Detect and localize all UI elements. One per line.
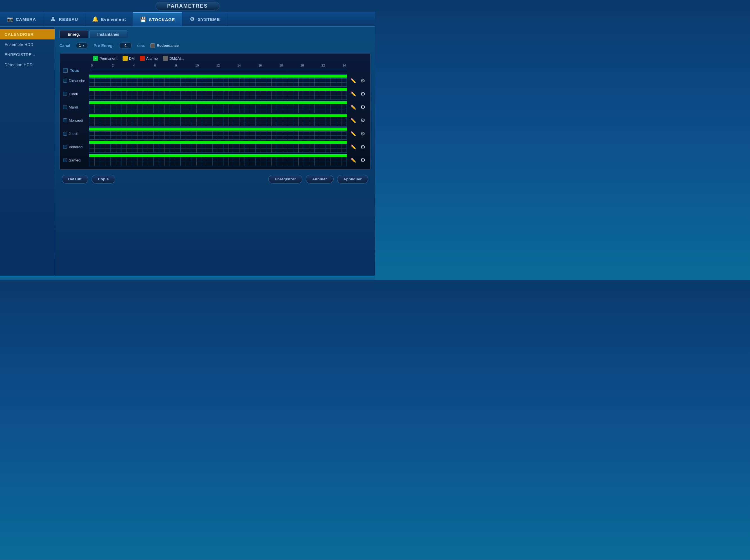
samedi-edit-button[interactable]: ✏️ (349, 156, 357, 164)
mercredi-checkbox[interactable] (63, 118, 67, 122)
annuler-button[interactable]: Annuler (306, 175, 333, 183)
jeudi-grid[interactable] (89, 127, 347, 140)
lundi-edit-button[interactable]: ✏️ (349, 90, 357, 98)
dm-color-icon (123, 56, 128, 61)
dropdown-arrow-icon: ▼ (82, 44, 85, 47)
time-headers: 0 2 4 6 8 10 12 14 16 18 20 22 24 (88, 64, 347, 67)
copie-button[interactable]: Copie (92, 175, 116, 183)
tous-row: Tous (63, 68, 367, 73)
day-rows-container: Dimanche✏️⚙Lundi✏️⚙Mardi✏️⚙Mercredi✏️⚙Je… (63, 74, 367, 166)
jeudi-actions: ✏️⚙ (349, 129, 367, 138)
nav-tabs: 📷 CAMERA 🖧 RESEAU 🔔 Evénement 💾 STOCKAGE… (0, 12, 375, 27)
day-row-mardi: Mardi✏️⚙ (63, 101, 367, 113)
canal-dropdown[interactable]: 1 ▼ (76, 42, 88, 49)
dimanche-actions: ✏️⚙ (349, 77, 367, 84)
btn-group-right: Enregistrer Annuler Appliquer (268, 175, 368, 183)
lundi-actions: ✏️⚙ (349, 90, 367, 98)
sidebar-item-calendrier[interactable]: CALENDRIER (0, 29, 55, 39)
time-0: 0 (89, 64, 95, 67)
day-row-samedi: Samedi✏️⚙ (63, 154, 367, 166)
mercredi-gear-button[interactable]: ⚙ (359, 116, 367, 124)
time-12: 12 (215, 64, 221, 67)
page-title: PARAMETRES (156, 2, 220, 11)
time-20: 20 (300, 64, 305, 67)
tab-evenement[interactable]: 🔔 Evénement (85, 12, 133, 26)
mardi-gear-button[interactable]: ⚙ (359, 103, 367, 111)
dmal-color-icon (163, 56, 168, 61)
permanent-check-icon: ✓ (93, 56, 98, 61)
time-24: 24 (342, 64, 347, 67)
dimanche-checkbox[interactable] (63, 79, 67, 83)
samedi-gear-button[interactable]: ⚙ (359, 156, 367, 164)
mercredi-edit-button[interactable]: ✏️ (349, 116, 357, 124)
schedule-container: ✓ Permanent DM Alarme DM&Al... (59, 53, 370, 170)
day-row-mercredi: Mercredi✏️⚙ (63, 114, 367, 126)
reseau-icon: 🖧 (50, 16, 57, 23)
time-6: 6 (152, 64, 158, 67)
lundi-checkbox[interactable] (63, 92, 67, 96)
redondance-label: Redondance (157, 43, 179, 48)
main-layout: CALENDRIER Ensemble HDD ENREGISTRE... Dé… (0, 27, 375, 276)
sidebar-item-enregistre[interactable]: ENREGISTRE... (0, 49, 55, 60)
evenement-icon: 🔔 (92, 16, 99, 23)
vendredi-grid[interactable] (89, 141, 347, 153)
tab-stockage[interactable]: 💾 STOCKAGE (133, 12, 182, 26)
legend-row: ✓ Permanent DM Alarme DM&Al... (63, 56, 367, 61)
btn-group-left: Default Copie (62, 175, 115, 183)
day-row-jeudi: Jeudi✏️⚙ (63, 127, 367, 140)
pre-enreg-input[interactable]: 4 (119, 42, 131, 49)
sidebar-item-ensemble-hdd[interactable]: Ensemble HDD (0, 39, 55, 49)
lundi-gear-button[interactable]: ⚙ (359, 90, 367, 98)
redondance-checkbox-item[interactable]: Redondance (150, 43, 179, 48)
time-8: 8 (173, 64, 179, 67)
dimanche-edit-button[interactable]: ✏️ (349, 77, 357, 84)
time-4: 4 (131, 64, 137, 67)
lundi-label: Lundi (69, 92, 89, 96)
tab-systeme[interactable]: ⚙ SYSTEME (182, 12, 227, 26)
canal-value: 1 (79, 43, 81, 48)
jeudi-checkbox[interactable] (63, 132, 67, 136)
mercredi-grid[interactable] (89, 114, 347, 126)
enregistrer-button[interactable]: Enregistrer (268, 175, 302, 183)
tous-checkbox[interactable] (63, 68, 68, 73)
samedi-checkbox[interactable] (63, 158, 67, 162)
vendredi-gear-button[interactable]: ⚙ (359, 143, 367, 151)
mardi-actions: ✏️⚙ (349, 103, 367, 111)
dimanche-grid[interactable] (89, 74, 347, 87)
lundi-grid[interactable] (89, 88, 347, 100)
day-row-dimanche: Dimanche✏️⚙ (63, 74, 367, 87)
appliquer-button[interactable]: Appliquer (337, 175, 368, 183)
legend-alarme: Alarme (140, 56, 158, 61)
legend-dm: DM (123, 56, 135, 61)
sec-label: sec. (137, 43, 145, 48)
time-18: 18 (278, 64, 284, 67)
jeudi-edit-button[interactable]: ✏️ (349, 129, 357, 138)
stockage-icon: 💾 (140, 16, 146, 23)
default-button[interactable]: Default (62, 175, 88, 183)
vendredi-label: Vendredi (69, 145, 89, 149)
dimanche-label: Dimanche (69, 79, 89, 83)
samedi-grid[interactable] (89, 154, 347, 166)
controls-row: Canal 1 ▼ Pré-Enreg. 4 sec. Redondance (59, 42, 370, 49)
bottom-bar: Default Copie Enregistrer Annuler Appliq… (59, 175, 370, 183)
tab-reseau[interactable]: 🖧 RESEAU (43, 12, 85, 26)
sub-tab-instantanes[interactable]: Instantanés (89, 30, 128, 38)
footer (0, 276, 375, 280)
tous-label: Tous (70, 68, 91, 73)
legend-dmal: DM&Al... (163, 56, 184, 61)
tab-camera[interactable]: 📷 CAMERA (0, 12, 43, 26)
mardi-edit-button[interactable]: ✏️ (349, 103, 357, 111)
redondance-checkbox[interactable] (150, 43, 155, 48)
mardi-grid[interactable] (89, 101, 347, 113)
samedi-actions: ✏️⚙ (349, 156, 367, 164)
jeudi-gear-button[interactable]: ⚙ (359, 129, 367, 138)
time-2: 2 (110, 64, 116, 67)
sub-tab-enreg[interactable]: Enreg. (59, 30, 88, 38)
title-bar: PARAMETRES (0, 0, 375, 12)
vendredi-edit-button[interactable]: ✏️ (349, 143, 357, 151)
vendredi-checkbox[interactable] (63, 145, 67, 149)
sidebar-item-detection-hdd[interactable]: Détection HDD (0, 60, 55, 70)
systeme-icon: ⚙ (189, 16, 196, 23)
dimanche-gear-button[interactable]: ⚙ (359, 77, 367, 84)
mardi-checkbox[interactable] (63, 105, 67, 109)
